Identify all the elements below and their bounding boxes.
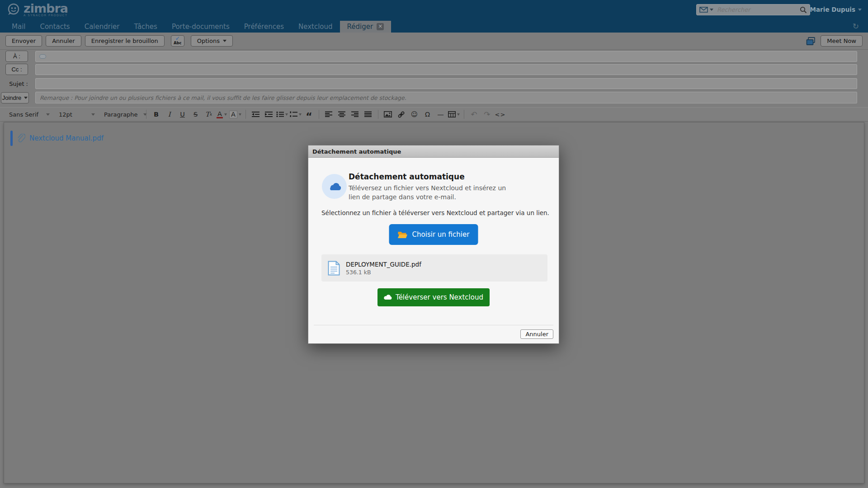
auto-detach-dialog: Détachement automatique Détachement auto… xyxy=(308,145,559,344)
upload-to-nextcloud-button[interactable]: Téléverser vers Nextcloud xyxy=(377,288,490,306)
cloud-icon xyxy=(328,182,341,191)
dialog-instruction: Sélectionnez un fichier à téléverser ver… xyxy=(321,209,549,216)
cloud-upload-icon xyxy=(384,295,392,300)
choose-file-button[interactable]: Choisir un fichier xyxy=(389,224,478,245)
selected-file-card[interactable]: DEPLOYMENT_GUIDE.pdf 536.1 kB xyxy=(321,254,547,282)
dialog-cancel-button[interactable]: Annuler xyxy=(520,329,553,339)
dialog-description: Téléversez un fichier vers Nextcloud et … xyxy=(349,184,513,202)
dialog-heading: Détachement automatique xyxy=(349,172,465,181)
dialog-titlebar[interactable]: Détachement automatique xyxy=(308,145,559,158)
dialog-divider xyxy=(314,325,553,325)
open-folder-icon xyxy=(398,231,408,239)
cloud-avatar xyxy=(322,174,347,199)
document-icon xyxy=(328,261,340,276)
zimbra-app: zimbra A SYNACOR PRODUCT Marie Dupuis Ma… xyxy=(0,0,868,488)
file-size: 536.1 kB xyxy=(346,269,421,276)
file-name: DEPLOYMENT_GUIDE.pdf xyxy=(346,261,421,268)
